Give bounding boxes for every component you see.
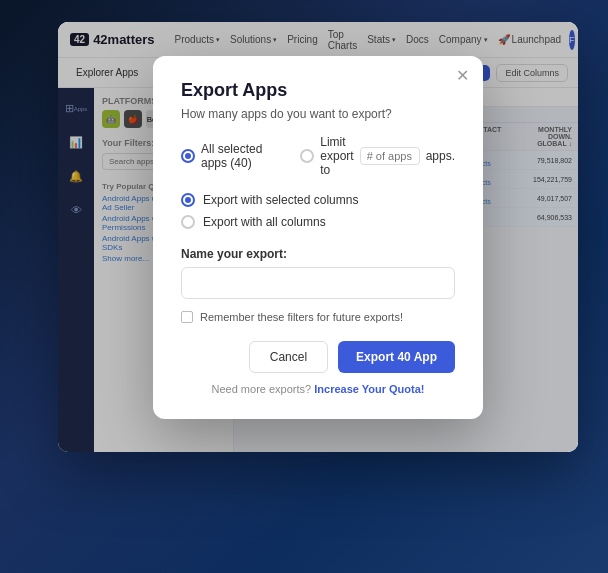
- modal-action-buttons: Cancel Export 40 App: [181, 341, 455, 373]
- app-window: 42 42matters Products ▾ Solutions ▾ Pric…: [58, 22, 578, 452]
- modal-overlay: ✕ Export Apps How many apps do you want …: [58, 22, 578, 452]
- remember-label: Remember these filters for future export…: [200, 311, 403, 323]
- export-button[interactable]: Export 40 App: [338, 341, 455, 373]
- col-all-option[interactable]: Export with all columns: [181, 215, 455, 229]
- increase-quota-link[interactable]: Increase Your Quota!: [314, 383, 424, 395]
- modal-title: Export Apps: [181, 80, 455, 101]
- export-modal: ✕ Export Apps How many apps do you want …: [153, 56, 483, 419]
- col-selected-option[interactable]: Export with selected columns: [181, 193, 455, 207]
- name-export-label: Name your export:: [181, 247, 455, 261]
- col-all-circle: [181, 215, 195, 229]
- limit-input[interactable]: [360, 147, 420, 165]
- remember-checkbox-box: [181, 311, 193, 323]
- column-options: Export with selected columns Export with…: [181, 193, 455, 229]
- modal-subtitle: How many apps do you want to export?: [181, 107, 455, 121]
- modal-close-button[interactable]: ✕: [456, 68, 469, 84]
- apps-suffix-label: apps.: [426, 149, 455, 163]
- radio-limit-circle: [300, 149, 314, 163]
- quantity-radio-group: All selected apps (40) Limit export to a…: [181, 135, 455, 177]
- name-export-input[interactable]: [181, 267, 455, 299]
- remember-filters-checkbox[interactable]: Remember these filters for future export…: [181, 311, 455, 323]
- need-more-exports: Need more exports? Increase Your Quota!: [181, 383, 455, 395]
- radio-all-selected[interactable]: All selected apps (40): [181, 142, 284, 170]
- cancel-button[interactable]: Cancel: [249, 341, 328, 373]
- radio-all-circle: [181, 149, 195, 163]
- radio-limit[interactable]: Limit export to apps.: [300, 135, 455, 177]
- col-selected-circle: [181, 193, 195, 207]
